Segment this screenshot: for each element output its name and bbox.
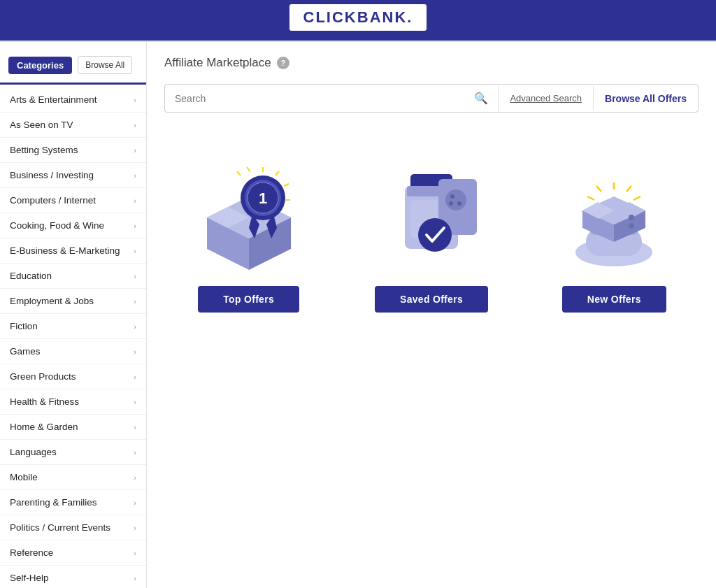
- svg-point-24: [457, 201, 461, 206]
- new-offers-button[interactable]: New Offers: [562, 286, 666, 313]
- chevron-down-icon: ›: [134, 96, 136, 104]
- sidebar-header: Categories Browse All: [0, 49, 146, 85]
- svg-point-35: [629, 215, 634, 220]
- saved-offers-illustration: [368, 148, 494, 273]
- chevron-down-icon: ›: [134, 499, 136, 507]
- sidebar-item-label-politics-current-events: Politics / Current Events: [10, 522, 110, 533]
- browse-all-button[interactable]: Browse All: [78, 56, 132, 74]
- sidebar-item-label-cooking-food-wine: Cooking, Food & Wine: [10, 220, 104, 231]
- svg-line-40: [633, 196, 640, 200]
- chevron-down-icon: ›: [134, 272, 136, 280]
- sidebar-item-betting-systems[interactable]: Betting Systems ›: [0, 138, 146, 163]
- svg-point-22: [445, 189, 466, 210]
- saved-offers-card: Saved Offers: [347, 134, 515, 327]
- sidebar-item-label-betting-systems: Betting Systems: [10, 145, 78, 155]
- chevron-down-icon: ›: [134, 222, 136, 230]
- sidebar-item-health-fitness[interactable]: Health & Fitness ›: [0, 389, 146, 415]
- sidebar-item-label-health-fitness: Health & Fitness: [10, 396, 79, 407]
- svg-line-13: [284, 184, 289, 186]
- sidebar-item-label-games: Games: [10, 346, 41, 357]
- search-bar: 🔍 Advanced Search Browse All Offers: [164, 84, 699, 113]
- chevron-down-icon: ›: [134, 549, 136, 557]
- sidebar-item-cooking-food-wine[interactable]: Cooking, Food & Wine ›: [0, 213, 146, 238]
- svg-point-26: [418, 218, 452, 252]
- chevron-down-icon: ›: [134, 121, 136, 129]
- logo-text: CLICKBANK.: [303, 8, 413, 26]
- chevron-down-icon: ›: [134, 347, 136, 356]
- chevron-down-icon: ›: [134, 247, 136, 255]
- categories-tab[interactable]: Categories: [8, 57, 72, 74]
- sidebar-item-as-seen-on-tv[interactable]: As Seen on TV ›: [0, 113, 146, 138]
- svg-point-25: [449, 201, 453, 206]
- help-icon[interactable]: ?: [277, 57, 289, 69]
- sidebar-item-games[interactable]: Games ›: [0, 339, 146, 364]
- sidebar-item-employment-jobs[interactable]: Employment & Jobs ›: [0, 289, 146, 314]
- sidebar-item-label-computers-internet: Computers / Internet: [10, 195, 96, 206]
- chevron-down-icon: ›: [134, 574, 136, 582]
- sidebar-item-label-parenting-families: Parenting & Families: [10, 497, 97, 508]
- sidebar-item-business-investing[interactable]: Business / Investing ›: [0, 163, 146, 188]
- sidebar-item-ebusiness-emarketing[interactable]: E-Business & E-Marketing ›: [0, 238, 146, 264]
- sidebar-item-computers-internet[interactable]: Computers / Internet ›: [0, 188, 146, 213]
- search-input[interactable]: [175, 93, 468, 104]
- chevron-down-icon: ›: [134, 171, 136, 180]
- sidebar-item-home-garden[interactable]: Home & Garden ›: [0, 415, 146, 440]
- svg-text:1: 1: [259, 189, 267, 207]
- sidebar-item-self-help[interactable]: Self-Help ›: [0, 566, 146, 588]
- saved-offers-button[interactable]: Saved Offers: [375, 286, 488, 313]
- chevron-down-icon: ›: [134, 322, 136, 331]
- main-layout: Categories Browse All Arts & Entertainme…: [0, 42, 716, 588]
- sidebar-item-label-education: Education: [10, 271, 52, 281]
- top-offers-illustration: 1: [186, 148, 312, 273]
- sidebar-item-label-arts-entertainment: Arts & Entertainment: [10, 94, 97, 105]
- sidebar-item-education[interactable]: Education ›: [0, 264, 146, 289]
- sidebar-item-label-fiction: Fiction: [10, 321, 38, 331]
- browse-all-offers-link[interactable]: Browse All Offers: [594, 86, 698, 111]
- sidebar: Categories Browse All Arts & Entertainme…: [0, 42, 147, 588]
- advanced-search-link[interactable]: Advanced Search: [499, 86, 593, 110]
- logo[interactable]: CLICKBANK.: [289, 4, 427, 31]
- sidebar-item-label-home-garden: Home & Garden: [10, 422, 78, 432]
- offers-grid: 1 Top Offers: [164, 134, 699, 327]
- chevron-down-icon: ›: [134, 398, 136, 406]
- new-offers-card: New Offers: [530, 134, 699, 327]
- svg-line-12: [275, 171, 279, 175]
- sidebar-item-label-employment-jobs: Employment & Jobs: [10, 296, 94, 306]
- search-icon[interactable]: 🔍: [474, 92, 488, 105]
- svg-point-36: [629, 223, 634, 229]
- sidebar-items-list: Arts & Entertainment › As Seen on TV › B…: [0, 87, 146, 588]
- new-offers-illustration: [551, 148, 677, 273]
- content-area: Affiliate Marketplace ? 🔍 Advanced Searc…: [147, 42, 716, 588]
- svg-line-38: [626, 186, 631, 192]
- sidebar-item-politics-current-events[interactable]: Politics / Current Events ›: [0, 515, 146, 540]
- header: CLICKBANK.: [0, 0, 716, 35]
- sidebar-item-label-green-products: Green Products: [10, 371, 76, 382]
- search-input-wrapper: 🔍: [165, 85, 498, 112]
- sidebar-item-label-business-investing: Business / Investing: [10, 170, 94, 180]
- sidebar-item-label-languages: Languages: [10, 447, 57, 457]
- sidebar-item-label-self-help: Self-Help: [10, 573, 49, 583]
- sidebar-item-label-ebusiness-emarketing: E-Business & E-Marketing: [10, 245, 120, 256]
- chevron-down-icon: ›: [134, 297, 136, 306]
- chevron-down-icon: ›: [134, 196, 136, 205]
- chevron-down-icon: ›: [134, 146, 136, 155]
- sidebar-item-label-as-seen-on-tv: As Seen on TV: [10, 120, 73, 130]
- sidebar-item-green-products[interactable]: Green Products ›: [0, 364, 146, 389]
- sidebar-item-reference[interactable]: Reference ›: [0, 540, 146, 566]
- svg-line-39: [596, 186, 601, 192]
- chevron-down-icon: ›: [134, 524, 136, 532]
- sidebar-item-mobile[interactable]: Mobile ›: [0, 465, 146, 490]
- chevron-down-icon: ›: [134, 448, 136, 457]
- sidebar-item-label-mobile: Mobile: [10, 472, 38, 482]
- sidebar-item-languages[interactable]: Languages ›: [0, 440, 146, 465]
- sidebar-item-arts-entertainment[interactable]: Arts & Entertainment ›: [0, 87, 146, 113]
- svg-point-23: [450, 194, 454, 199]
- svg-line-15: [247, 167, 250, 172]
- chevron-down-icon: ›: [134, 473, 136, 482]
- sidebar-item-fiction[interactable]: Fiction ›: [0, 314, 146, 339]
- sidebar-item-parenting-families[interactable]: Parenting & Families ›: [0, 490, 146, 515]
- page-title-row: Affiliate Marketplace ?: [164, 56, 699, 70]
- top-offers-card: 1 Top Offers: [164, 134, 333, 327]
- top-offers-button[interactable]: Top Offers: [198, 286, 299, 313]
- sub-header-bar: [0, 35, 716, 41]
